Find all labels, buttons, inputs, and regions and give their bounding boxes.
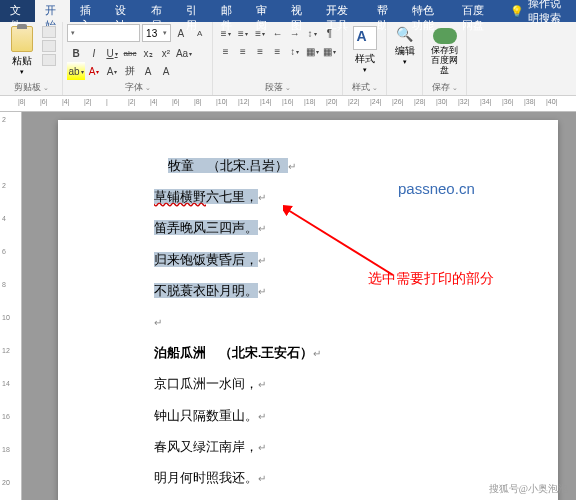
editing-group: 🔍 编辑 ▾ bbox=[387, 22, 423, 95]
format-painter-button[interactable] bbox=[42, 54, 56, 66]
styles-group-label: 样式 bbox=[343, 81, 386, 94]
poem1-line1a[interactable]: 草铺横野 bbox=[154, 189, 206, 204]
tab-ref[interactable]: 引用 bbox=[176, 0, 211, 22]
tab-special[interactable]: 特色功能 bbox=[402, 0, 452, 22]
styles-group: 样式 ▾ 样式 bbox=[343, 22, 387, 95]
clipboard-group: 粘贴 ▾ 剪贴板 bbox=[0, 22, 63, 95]
bullets-button[interactable]: ≡ bbox=[217, 24, 234, 42]
tab-start[interactable]: 开始 bbox=[35, 0, 70, 22]
cut-button[interactable] bbox=[42, 26, 56, 38]
paragraph-group-label: 段落 bbox=[213, 81, 342, 94]
styles-label: 样式 bbox=[355, 52, 375, 66]
strike-button[interactable]: abc bbox=[121, 44, 139, 62]
highlight-button[interactable]: ab bbox=[67, 62, 85, 80]
tell-me-label: 操作说明搜索 bbox=[528, 0, 568, 26]
cloud-icon[interactable] bbox=[433, 28, 457, 44]
poem1-line2[interactable]: 笛弄晚风三四声。 bbox=[154, 220, 258, 235]
save-group-label: 保存 bbox=[423, 81, 466, 94]
text-effects-button[interactable]: A bbox=[103, 62, 121, 80]
italic-button[interactable]: I bbox=[85, 44, 103, 62]
show-marks-button[interactable]: ¶ bbox=[321, 24, 338, 42]
decrease-indent-button[interactable]: ← bbox=[269, 24, 286, 42]
font-size-combo[interactable]: 13 bbox=[142, 24, 170, 42]
tab-strip: 文件 开始 插入 设计 布局 引用 邮件 审阅 视图 开发工具 帮助 特色功能 … bbox=[0, 0, 576, 22]
lightbulb-icon: 💡 bbox=[510, 5, 524, 18]
grow-font-button[interactable]: A bbox=[173, 24, 190, 42]
watermark: 搜狐号@小奥泡泡 bbox=[489, 482, 568, 496]
poem1-title[interactable]: 牧童 （北宋.吕岩） bbox=[168, 158, 288, 173]
shrink-font-button[interactable]: A bbox=[191, 24, 208, 42]
ribbon: 粘贴 ▾ 剪贴板 13 A A B I U abc x₂ x² Aa ab A bbox=[0, 22, 576, 96]
char-border-button[interactable]: A bbox=[139, 62, 157, 80]
document-viewport[interactable]: 牧童 （北宋.吕岩） 草铺横野六七里， 笛弄晚风三四声。 归来饱饭黄昏后， 不脱… bbox=[22, 112, 576, 500]
poem2-title[interactable]: 泊船瓜洲 （北宋.王安石） bbox=[154, 345, 313, 360]
annotation-url: passneo.cn bbox=[398, 180, 475, 197]
font-color-button[interactable]: A bbox=[85, 62, 103, 80]
tab-file[interactable]: 文件 bbox=[0, 0, 35, 22]
tab-design[interactable]: 设计 bbox=[105, 0, 140, 22]
paragraph-group: ≡ ≡ ≡ ← → ↕ ¶ ≡ ≡ ≡ ≡ ↕ ▦ ▦ 段落 bbox=[213, 22, 343, 95]
subscript-button[interactable]: x₂ bbox=[139, 44, 157, 62]
font-group-label: 字体 bbox=[63, 81, 212, 94]
svg-line-1 bbox=[288, 210, 393, 275]
poem2-line3[interactable]: 春风又绿江南岸， bbox=[154, 439, 258, 454]
borders-button[interactable]: ▦ bbox=[321, 42, 338, 60]
shading-button[interactable]: ▦ bbox=[303, 42, 320, 60]
line-spacing-button[interactable]: ↕ bbox=[286, 42, 303, 60]
tab-dev[interactable]: 开发工具 bbox=[316, 0, 366, 22]
align-justify-button[interactable]: ≡ bbox=[269, 42, 286, 60]
tab-mail[interactable]: 邮件 bbox=[211, 0, 246, 22]
horizontal-ruler[interactable]: |8||6||4||2|||2||4||6||8||10||12||14||16… bbox=[0, 96, 576, 112]
poem1-line3[interactable]: 归来饱饭黄昏后， bbox=[154, 252, 258, 267]
tab-review[interactable]: 审阅 bbox=[246, 0, 281, 22]
char-shading-button[interactable]: A bbox=[157, 62, 175, 80]
tab-view[interactable]: 视图 bbox=[281, 0, 316, 22]
increase-indent-button[interactable]: → bbox=[286, 24, 303, 42]
tab-layout[interactable]: 布局 bbox=[141, 0, 176, 22]
tab-help[interactable]: 帮助 bbox=[367, 0, 402, 22]
save-label: 保存到百度网盘 bbox=[427, 46, 462, 76]
underline-button[interactable]: U bbox=[103, 44, 121, 62]
bold-button[interactable]: B bbox=[67, 44, 85, 62]
superscript-button[interactable]: x² bbox=[157, 44, 175, 62]
find-icon[interactable]: 🔍 bbox=[396, 26, 413, 42]
poem2-line4[interactable]: 明月何时照我还。 bbox=[154, 470, 258, 485]
tab-baidu[interactable]: 百度网盘 bbox=[452, 0, 502, 22]
vertical-ruler[interactable]: 22468101214161820 bbox=[0, 112, 22, 500]
styles-icon[interactable] bbox=[353, 26, 377, 50]
font-family-combo[interactable] bbox=[67, 24, 140, 42]
numbering-button[interactable]: ≡ bbox=[234, 24, 251, 42]
tell-me-search[interactable]: 💡 操作说明搜索 bbox=[502, 0, 576, 22]
paste-label: 粘贴 bbox=[12, 54, 32, 68]
clipboard-icon bbox=[11, 26, 33, 52]
tab-insert[interactable]: 插入 bbox=[70, 0, 105, 22]
poem1-line1b[interactable]: 六七里， bbox=[206, 189, 258, 204]
clipboard-group-label: 剪贴板 bbox=[0, 81, 62, 94]
poem2-line2[interactable]: 钟山只隔数重山。 bbox=[154, 408, 258, 423]
change-case-button[interactable]: Aa bbox=[175, 44, 193, 62]
save-group: 保存到百度网盘 保存 bbox=[423, 22, 467, 95]
poem1-line4[interactable]: 不脱蓑衣卧月明。 bbox=[154, 283, 258, 298]
edit-label: 编辑 bbox=[395, 44, 415, 58]
poem2-line1[interactable]: 京口瓜洲一水间， bbox=[154, 376, 258, 391]
copy-button[interactable] bbox=[42, 40, 56, 52]
annotation-hint: 选中需要打印的部分 bbox=[368, 270, 494, 288]
sort-button[interactable]: ↕ bbox=[303, 24, 320, 42]
page: 牧童 （北宋.吕岩） 草铺横野六七里， 笛弄晚风三四声。 归来饱饭黄昏后， 不脱… bbox=[58, 120, 558, 500]
phonetic-button[interactable]: 拼 bbox=[121, 62, 139, 80]
multilevel-button[interactable]: ≡ bbox=[252, 24, 269, 42]
align-center-button[interactable]: ≡ bbox=[234, 42, 251, 60]
align-left-button[interactable]: ≡ bbox=[217, 42, 234, 60]
align-right-button[interactable]: ≡ bbox=[252, 42, 269, 60]
font-group: 13 A A B I U abc x₂ x² Aa ab A A 拼 A A 字… bbox=[63, 22, 213, 95]
